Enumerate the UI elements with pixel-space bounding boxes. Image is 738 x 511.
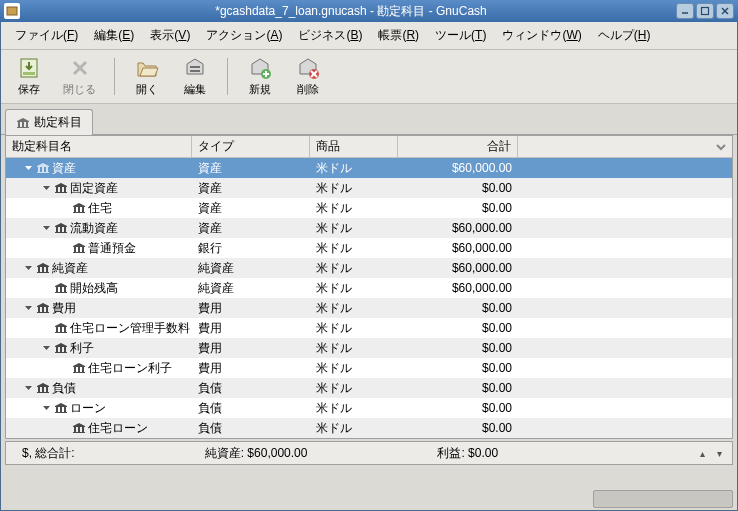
account-row[interactable]: ローン負債米ドル$0.00 <box>6 398 732 418</box>
maximize-button[interactable] <box>696 3 714 19</box>
account-total: $0.00 <box>398 321 518 335</box>
account-row[interactable]: 純資産純資産米ドル$60,000.00 <box>6 258 732 278</box>
close-icon <box>68 56 92 80</box>
delete-button[interactable]: 削除 <box>288 54 328 99</box>
expander-icon[interactable] <box>40 342 52 354</box>
menu-r[interactable]: 帳票(R) <box>372 25 425 46</box>
save-icon <box>17 56 41 80</box>
bank-icon <box>36 262 50 274</box>
bank-icon <box>16 117 30 129</box>
account-total: $0.00 <box>398 341 518 355</box>
menu-t[interactable]: ツール(T) <box>429 25 492 46</box>
bank-icon <box>54 282 68 294</box>
expander-icon[interactable] <box>22 262 34 274</box>
bank-icon <box>72 202 86 214</box>
expander-icon[interactable] <box>22 162 34 174</box>
bank-icon <box>36 162 50 174</box>
account-type: 負債 <box>192 420 310 437</box>
account-commodity: 米ドル <box>310 300 398 317</box>
account-row[interactable]: 開始残高純資産米ドル$60,000.00 <box>6 278 732 298</box>
tree-body[interactable]: 資産資産米ドル$60,000.00固定資産資産米ドル$0.00住宅資産米ドル$0… <box>6 158 732 438</box>
svg-rect-6 <box>23 72 35 75</box>
menu-v[interactable]: 表示(V) <box>144 25 196 46</box>
column-header-type[interactable]: タイプ <box>192 136 310 157</box>
account-name: 普通預金 <box>88 240 136 257</box>
net-assets-value: 純資産: $60,000.00 <box>195 445 318 462</box>
account-total: $0.00 <box>398 301 518 315</box>
column-headers: 勘定科目名 タイプ 商品 合計 <box>6 136 732 158</box>
column-header-total[interactable]: 合計 <box>398 136 518 157</box>
toolbar: 保存 閉じる 開く 編集 新規 削除 <box>1 50 737 104</box>
account-commodity: 米ドル <box>310 360 398 377</box>
menu-a[interactable]: アクション(A) <box>200 25 288 46</box>
account-commodity: 米ドル <box>310 400 398 417</box>
account-name: 資産 <box>52 160 76 177</box>
account-type: 純資産 <box>192 260 310 277</box>
account-row[interactable]: 住宅ローン負債米ドル$0.00 <box>6 418 732 438</box>
expander-icon[interactable] <box>22 302 34 314</box>
menu-w[interactable]: ウィンドウ(W) <box>496 25 587 46</box>
close-button[interactable] <box>716 3 734 19</box>
expander-icon[interactable] <box>40 402 52 414</box>
expander-icon[interactable] <box>40 182 52 194</box>
account-row[interactable]: 普通預金銀行米ドル$60,000.00 <box>6 238 732 258</box>
app-icon <box>4 3 20 19</box>
account-type: 資産 <box>192 160 310 177</box>
account-name: 固定資産 <box>70 180 118 197</box>
bank-icon <box>54 222 68 234</box>
account-row[interactable]: 負債負債米ドル$0.00 <box>6 378 732 398</box>
minimize-button[interactable] <box>676 3 694 19</box>
account-type: 負債 <box>192 400 310 417</box>
account-tree: 勘定科目名 タイプ 商品 合計 資産資産米ドル$60,000.00固定資産資産米… <box>5 135 733 439</box>
tab-accounts[interactable]: 勘定科目 <box>5 109 93 135</box>
save-button[interactable]: 保存 <box>9 54 49 99</box>
column-options-button[interactable] <box>518 136 732 157</box>
account-type: 費用 <box>192 360 310 377</box>
window-title: *gcashdata_7_loan.gnucash - 勘定科目 - GnuCa… <box>26 3 676 20</box>
status-down-button[interactable]: ▾ <box>713 448 726 459</box>
column-header-commodity[interactable]: 商品 <box>310 136 398 157</box>
account-row[interactable]: 資産資産米ドル$60,000.00 <box>6 158 732 178</box>
column-header-name[interactable]: 勘定科目名 <box>6 136 192 157</box>
menu-b[interactable]: ビジネス(B) <box>292 25 368 46</box>
tabbar: 勘定科目 <box>1 104 737 135</box>
account-row[interactable]: 住宅資産米ドル$0.00 <box>6 198 732 218</box>
edit-button[interactable]: 編集 <box>175 54 215 99</box>
menu-f[interactable]: ファイル(F) <box>9 25 84 46</box>
open-button[interactable]: 開く <box>127 54 167 99</box>
account-commodity: 米ドル <box>310 380 398 397</box>
account-commodity: 米ドル <box>310 240 398 257</box>
account-total: $60,000.00 <box>398 241 518 255</box>
resize-grip[interactable] <box>593 490 733 508</box>
account-type: 費用 <box>192 320 310 337</box>
status-up-button[interactable]: ▴ <box>696 448 709 459</box>
account-row[interactable]: 固定資産資産米ドル$0.00 <box>6 178 732 198</box>
account-commodity: 米ドル <box>310 180 398 197</box>
account-total: $60,000.00 <box>398 281 518 295</box>
new-button[interactable]: 新規 <box>240 54 280 99</box>
svg-rect-10 <box>190 70 200 72</box>
grand-total-label: $, 総合計: <box>12 445 85 462</box>
svg-rect-0 <box>7 7 17 15</box>
account-row[interactable]: 利子費用米ドル$0.00 <box>6 338 732 358</box>
account-row[interactable]: 費用費用米ドル$0.00 <box>6 298 732 318</box>
menu-e[interactable]: 編集(E) <box>88 25 140 46</box>
menu-h[interactable]: ヘルプ(H) <box>592 25 657 46</box>
close-tab-button: 閉じる <box>57 54 102 99</box>
expander-icon[interactable] <box>22 382 34 394</box>
account-commodity: 米ドル <box>310 160 398 177</box>
new-icon <box>248 56 272 80</box>
account-row[interactable]: 流動資産資産米ドル$60,000.00 <box>6 218 732 238</box>
bank-icon <box>72 362 86 374</box>
account-total: $0.00 <box>398 181 518 195</box>
account-name: 住宅ローン利子 <box>88 360 172 377</box>
bank-icon <box>54 322 68 334</box>
account-row[interactable]: 住宅ローン管理手数料費用米ドル$0.00 <box>6 318 732 338</box>
account-total: $0.00 <box>398 401 518 415</box>
expander-icon[interactable] <box>40 222 52 234</box>
bank-icon <box>54 402 68 414</box>
menubar: ファイル(F)編集(E)表示(V)アクション(A)ビジネス(B)帳票(R)ツール… <box>1 22 737 50</box>
account-row[interactable]: 住宅ローン利子費用米ドル$0.00 <box>6 358 732 378</box>
bank-icon <box>72 242 86 254</box>
account-commodity: 米ドル <box>310 420 398 437</box>
